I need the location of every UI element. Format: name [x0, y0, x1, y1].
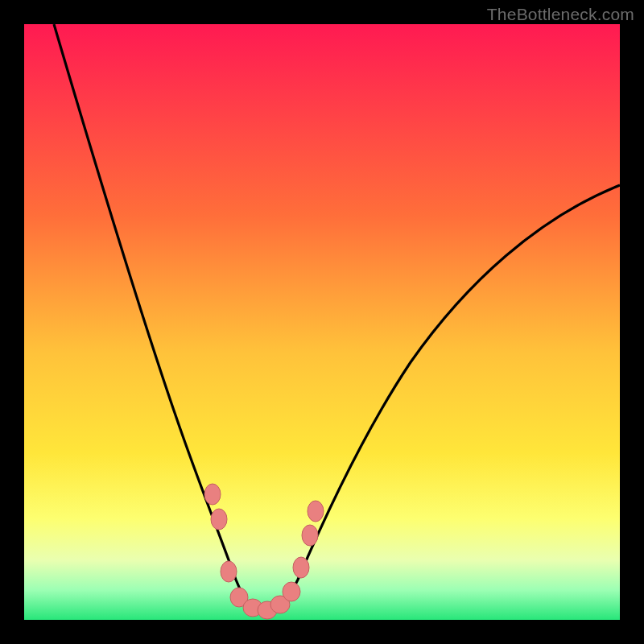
- bottleneck-curve: [54, 24, 620, 613]
- marker-dot: [308, 501, 324, 522]
- plot-area: [24, 24, 620, 620]
- marker-dot: [221, 561, 237, 582]
- marker-dot: [211, 509, 227, 530]
- chart-curve-layer: [24, 24, 620, 620]
- marker-dot: [283, 582, 300, 601]
- marker-dot: [293, 557, 309, 578]
- marker-dot: [302, 525, 318, 546]
- watermark-text: TheBottleneck.com: [487, 5, 634, 24]
- curve-markers: [204, 484, 324, 619]
- marker-dot: [204, 484, 221, 505]
- outer-frame: TheBottleneck.com: [0, 0, 644, 644]
